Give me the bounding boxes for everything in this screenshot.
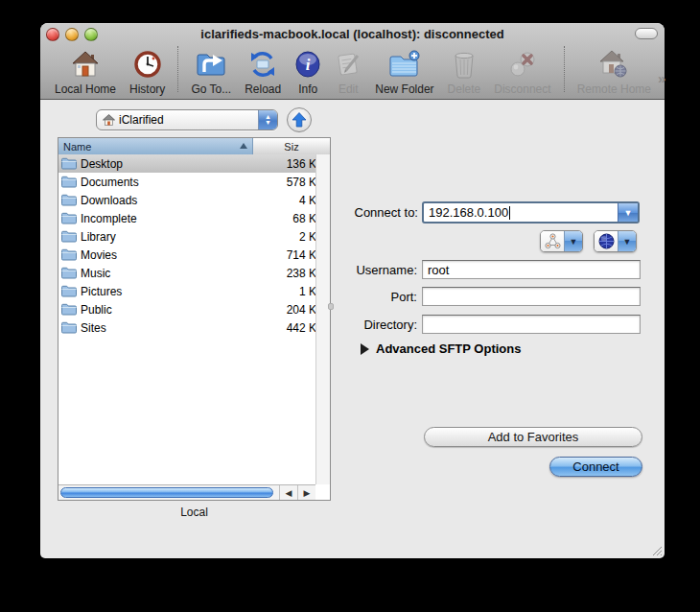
file-name: Pictures [81, 285, 122, 298]
toolbar-item-label: Info [298, 82, 317, 96]
toolbar-separator [177, 46, 178, 92]
new-folder-icon [388, 47, 421, 82]
file-row-pictures[interactable]: Pictures1 KB [58, 282, 315, 300]
toolbar-overflow-chevron[interactable]: » [658, 57, 671, 86]
minimize-button[interactable] [65, 28, 79, 41]
path-popup-button[interactable]: iClarified ▲▼ [96, 109, 278, 130]
disconnect-icon [508, 47, 537, 82]
pane-splitter-handle[interactable] [328, 303, 334, 310]
pane-label-local: Local [58, 506, 331, 519]
port-field[interactable] [422, 287, 641, 306]
up-directory-button[interactable] [287, 107, 312, 132]
file-name: Music [81, 267, 110, 280]
toolbar-item-label: Remote Home [577, 82, 651, 96]
combo-dropdown-button[interactable]: ▼ [618, 203, 638, 222]
file-row-documents[interactable]: Documents578 KB [58, 173, 315, 191]
toolbar-item-label: Local Home [55, 82, 116, 96]
file-size: 4 KB [256, 194, 315, 207]
remote-home-icon [598, 47, 629, 82]
advanced-sftp-options-disclosure[interactable]: Advanced SFTP Options [361, 341, 521, 356]
toolbar-item-label: Disconnect [494, 82, 550, 96]
column-header-name[interactable]: Name [58, 138, 253, 154]
file-name: Documents [81, 176, 139, 189]
toolbar-item-label: Edit [338, 82, 359, 96]
file-row-movies[interactable]: Movies714 KB [58, 246, 315, 264]
toolbar-item-info[interactable]: iInfo [288, 44, 328, 96]
toolbar-item-local-home[interactable]: Local Home [48, 44, 123, 96]
file-size: 2 KB [256, 230, 315, 244]
file-row-music[interactable]: Music238 KB [58, 264, 315, 282]
connect-to-label: Connect to: [328, 205, 418, 220]
popup-stepper-icon: ▲▼ [258, 110, 277, 129]
file-row-sites[interactable]: Sites442 KB [58, 318, 315, 337]
bonjour-dropdown-button[interactable]: ▼ [540, 230, 583, 252]
directory-field[interactable] [422, 315, 641, 334]
folder-icon [61, 230, 77, 243]
folder-icon [61, 176, 77, 188]
home-icon [103, 114, 115, 126]
file-row-desktop[interactable]: Desktop136 KB [58, 154, 315, 173]
file-row-downloads[interactable]: Downloads4 KB [58, 191, 315, 209]
column-header-size[interactable]: Siz [253, 138, 330, 154]
toolbar-item-label: Go To... [191, 82, 231, 96]
svg-text:i: i [306, 56, 311, 74]
folder-icon [61, 321, 77, 334]
disclosure-triangle-icon [361, 343, 369, 355]
folder-icon [61, 285, 77, 297]
folder-icon [61, 303, 77, 316]
file-size: 238 KB [256, 267, 315, 280]
scroll-right-arrow[interactable]: ▶ [297, 485, 315, 500]
connect-button[interactable]: Connect [549, 457, 642, 477]
file-name: Library [81, 230, 116, 244]
connect-to-value: 192.168.0.100 [429, 205, 508, 220]
toolbar: Local HomeHistoryGo To...ReloadiInfoEdit… [48, 44, 661, 98]
file-size: 1 KB [256, 285, 315, 298]
username-field[interactable]: root [422, 260, 641, 279]
reload-icon [248, 47, 277, 82]
file-name: Public [81, 303, 112, 317]
file-size: 442 KB [256, 321, 315, 335]
username-label: Username: [318, 263, 417, 277]
toolbar-item-label: Delete [448, 82, 481, 96]
toolbar-toggle-pill[interactable] [635, 28, 658, 39]
goto-folder-icon [196, 47, 226, 82]
file-row-library[interactable]: Library2 KB [58, 227, 315, 246]
dropdown-arrow-icon: ▼ [564, 231, 582, 251]
file-row-public[interactable]: Public204 KB [58, 300, 315, 318]
folder-icon [61, 267, 77, 279]
app-window: iclarifieds-macbook.local (localhost): d… [40, 23, 665, 558]
file-name: Downloads [81, 194, 137, 207]
toolbar-item-go-to[interactable]: Go To... [184, 44, 238, 96]
file-row-incomplete[interactable]: Incomplete68 KB [58, 209, 315, 227]
history-clock-icon [133, 47, 162, 82]
resize-grip[interactable] [650, 544, 663, 556]
toolbar-separator [564, 46, 565, 92]
toolbar-item-edit: Edit [328, 44, 368, 96]
scroll-left-arrow[interactable]: ◀ [279, 485, 297, 500]
sort-ascending-icon [240, 143, 247, 149]
toolbar-item-new-folder[interactable]: New Folder [368, 44, 440, 96]
horizontal-scrollbar[interactable]: ◀ ▶ [58, 484, 315, 500]
edit-icon [335, 47, 362, 82]
add-to-favorites-button[interactable]: Add to Favorites [424, 427, 642, 447]
toolbar-item-label: New Folder [375, 82, 433, 96]
file-size: 68 KB [256, 212, 315, 225]
file-size: 714 KB [256, 248, 315, 262]
close-button[interactable] [46, 28, 59, 41]
toolbar-item-reload[interactable]: Reload [238, 44, 288, 96]
file-rows: Desktop136 KBDocuments578 KBDownloads4 K… [58, 154, 315, 484]
directory-label: Directory: [318, 318, 417, 332]
folder-icon [61, 194, 77, 206]
zoom-button[interactable] [84, 28, 98, 41]
file-name: Incomplete [81, 212, 137, 225]
toolbar-item-history[interactable]: History [123, 44, 172, 96]
scrollbar-thumb[interactable] [60, 487, 273, 498]
trash-icon [452, 47, 477, 82]
file-name: Desktop [81, 157, 123, 171]
history-globe-dropdown-button[interactable]: ▼ [594, 230, 637, 252]
file-name: Sites [81, 321, 106, 335]
toolbar-item-disconnect: Disconnect [487, 44, 557, 96]
file-size: 204 KB [256, 303, 315, 317]
connect-to-combobox[interactable]: 192.168.0.100 ▼ [422, 201, 640, 224]
folder-icon [61, 157, 77, 170]
